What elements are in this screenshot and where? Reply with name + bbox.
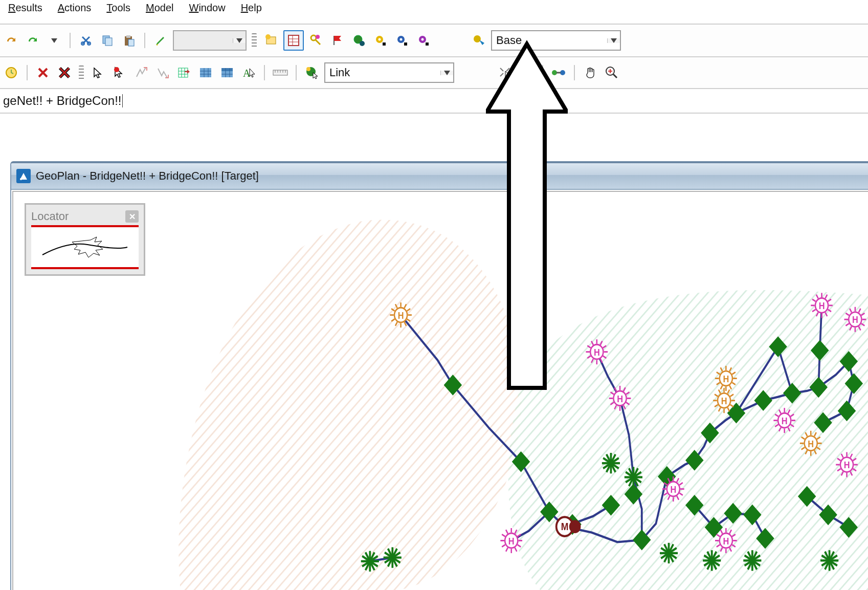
text-caret — [122, 94, 123, 107]
pointer-icon[interactable] — [89, 63, 107, 82]
address-bar-text: geNet!! + BridgeCon!! — [3, 94, 121, 108]
toolbar-secondary: A Link — [0, 57, 868, 89]
svg-point-41 — [20, 178, 22, 180]
toolbar-grip[interactable] — [252, 33, 257, 48]
scenario-value: Base — [492, 34, 607, 47]
select-top-icon[interactable] — [518, 63, 536, 82]
locator-title: Locator — [31, 210, 69, 223]
svg-text:H: H — [508, 536, 515, 547]
redo-icon[interactable] — [2, 31, 20, 50]
svg-text:H: H — [398, 310, 404, 321]
svg-text:H: H — [670, 484, 676, 495]
svg-text:H: H — [723, 374, 729, 384]
svg-rect-33 — [221, 68, 233, 71]
pointer-red-icon[interactable] — [110, 63, 129, 82]
close-icon[interactable]: ✕ — [125, 210, 139, 223]
svg-text:M: M — [561, 521, 569, 532]
svg-line-232 — [502, 534, 505, 536]
scenario-dropdown[interactable]: Base — [491, 30, 621, 51]
svg-point-37 — [306, 67, 310, 71]
svg-text:H: H — [808, 438, 814, 449]
svg-point-29 — [114, 67, 119, 72]
style-dropdown[interactable] — [173, 30, 247, 51]
svg-text:H: H — [721, 396, 727, 406]
chevron-down-icon[interactable] — [607, 38, 620, 43]
chevron-down-icon[interactable] — [233, 38, 246, 43]
keys-icon[interactable] — [307, 31, 325, 50]
grid-blue2-icon[interactable] — [218, 63, 236, 82]
delete-x-bold-icon[interactable] — [55, 63, 74, 82]
svg-point-17 — [360, 41, 365, 46]
select-rays-icon[interactable] — [496, 63, 515, 82]
svg-text:H: H — [819, 300, 825, 311]
gear-blue-icon[interactable] — [393, 31, 411, 50]
separator — [144, 33, 145, 48]
gear-aqua-icon[interactable] — [470, 31, 488, 50]
table-icon[interactable] — [283, 30, 304, 51]
trace-down-icon[interactable] — [153, 63, 172, 82]
layer-new-icon[interactable] — [262, 31, 280, 50]
flag-icon[interactable] — [328, 31, 347, 50]
separator — [264, 65, 265, 80]
geoplan-app-icon — [16, 169, 31, 183]
svg-point-25 — [421, 38, 424, 41]
menu-results[interactable]: Results — [8, 2, 42, 14]
scissors-icon[interactable] — [77, 31, 95, 50]
menu-model[interactable]: Model — [146, 2, 173, 14]
ruler-icon[interactable] — [271, 63, 290, 82]
svg-rect-3 — [105, 38, 112, 46]
svg-rect-9 — [288, 35, 299, 46]
linktype-dropdown[interactable]: Link — [324, 62, 454, 83]
chevron-down-icon[interactable] — [440, 71, 453, 75]
separator — [574, 65, 575, 80]
linktype-value: Link — [325, 66, 440, 79]
svg-point-19 — [379, 38, 381, 41]
text-cursor-icon[interactable]: A — [239, 63, 258, 82]
gear-yellow-icon[interactable] — [371, 31, 390, 50]
trace-up-icon[interactable] — [132, 63, 150, 82]
svg-rect-31 — [200, 68, 211, 77]
svg-line-230 — [502, 544, 505, 547]
menu-window[interactable]: Window — [189, 2, 225, 14]
clock-bulb-icon[interactable] — [2, 63, 20, 82]
menu-bar: Results Actions Tools Model Window Help — [0, 0, 868, 25]
locator-minimap[interactable] — [31, 225, 139, 269]
link-green-icon[interactable] — [549, 63, 568, 82]
copy-icon[interactable] — [98, 31, 117, 50]
redo-green-icon[interactable] — [24, 31, 42, 50]
svg-rect-23 — [404, 42, 407, 46]
geoplan-window: GeoPlan - BridgeNet!! + BridgeCon!! [Tar… — [10, 161, 868, 590]
highlighter-icon[interactable] — [151, 31, 170, 50]
svg-rect-5 — [126, 35, 130, 38]
address-bar: geNet!! + BridgeCon!! — [0, 89, 868, 114]
svg-line-229 — [506, 548, 508, 551]
svg-rect-30 — [179, 68, 188, 77]
locator-panel[interactable]: Locator ✕ — [25, 203, 145, 276]
svg-point-39 — [560, 70, 565, 75]
geoplan-canvas[interactable]: Locator ✕ HHHHHHHHHHHHHM — [12, 191, 868, 590]
delete-x-icon[interactable] — [34, 63, 52, 82]
grid-blue-icon[interactable] — [196, 63, 215, 82]
separator — [27, 65, 28, 80]
pan-hand-icon[interactable] — [581, 63, 599, 82]
gear-purple-icon[interactable] — [414, 31, 433, 50]
globe-cursor-icon[interactable] — [303, 63, 321, 82]
toolbar-grip[interactable] — [79, 65, 84, 80]
menu-help[interactable]: Help — [241, 2, 262, 14]
svg-point-38 — [552, 70, 557, 75]
zoom-in-icon[interactable] — [603, 63, 621, 82]
geoplan-titlebar[interactable]: GeoPlan - BridgeNet!! + BridgeCon!! [Tar… — [11, 163, 868, 190]
svg-rect-20 — [383, 42, 386, 46]
redo-dropdown-caret[interactable] — [45, 31, 63, 50]
paste-icon[interactable] — [120, 31, 138, 50]
globe-paint-icon[interactable] — [350, 31, 368, 50]
menu-tools[interactable]: Tools — [106, 2, 130, 14]
svg-point-8 — [265, 34, 271, 39]
separator — [296, 65, 297, 80]
geoplan-title-text: GeoPlan - BridgeNet!! + BridgeCon!! [Tar… — [36, 169, 259, 183]
svg-rect-26 — [426, 42, 429, 46]
menu-actions[interactable]: Actions — [58, 2, 92, 14]
svg-rect-6 — [128, 39, 134, 46]
grid-arrow-icon[interactable] — [175, 63, 193, 82]
svg-point-27 — [474, 35, 481, 42]
